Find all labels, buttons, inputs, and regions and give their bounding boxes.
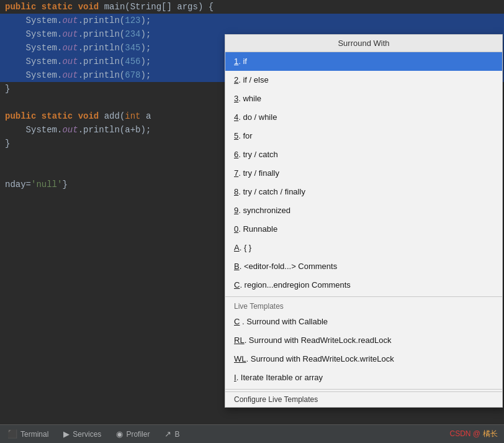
popup-item-rwl-read[interactable]: RL. Surround with ReadWriteLock.readLock: [225, 331, 502, 350]
code-line: public static void main(String[] args) {: [0, 0, 504, 14]
popup-item-region[interactable]: C. region...endregion Comments: [225, 276, 502, 295]
watermark-csdn: CSDN @: [449, 429, 480, 438]
popup-item-do-while[interactable]: 4. do / while: [225, 108, 502, 127]
popup-item-while[interactable]: 3. while: [225, 89, 502, 108]
surround-with-popup: Surround With 1. if 2. if / else 3. whil…: [225, 34, 503, 408]
popup-item-if[interactable]: 1. if: [225, 52, 502, 71]
tab-services-label: Services: [73, 430, 101, 439]
services-icon: ▶: [63, 429, 70, 439]
popup-footer-divider: [225, 389, 502, 390]
tab-profiler[interactable]: ◉ Profiler: [109, 425, 157, 443]
terminal-icon: ⬛: [7, 429, 17, 439]
popup-item-try-catch-finally[interactable]: 8. try / catch / finally: [225, 183, 502, 201]
watermark: CSDN @ 橘长: [449, 424, 504, 443]
popup-item-try-finally[interactable]: 7. try / finally: [225, 164, 502, 183]
popup-item-callable[interactable]: C . Surround with Callable: [225, 313, 502, 331]
tab-profiler-label: Profiler: [126, 430, 150, 439]
popup-item-try-catch[interactable]: 6. try / catch: [225, 145, 502, 164]
popup-item-braces[interactable]: A. { }: [225, 239, 502, 257]
live-templates-label: Live Templates: [225, 299, 502, 313]
code-line-selected: System.out.println(123);: [0, 14, 504, 27]
popup-item-if-else[interactable]: 2. if / else: [225, 71, 502, 89]
tab-b-icon: ↗: [164, 429, 171, 439]
popup-item-editor-fold[interactable]: B. <editor-fold...> Comments: [225, 257, 502, 276]
popup-item-runnable[interactable]: 0. Runnable: [225, 220, 502, 239]
tab-b-label: B: [174, 430, 179, 439]
popup-item-iterate[interactable]: I. Iterate Iterable or array: [225, 368, 502, 387]
popup-divider: [225, 296, 502, 297]
profiler-icon: ◉: [116, 429, 123, 439]
popup-title: Surround With: [225, 35, 502, 52]
configure-live-templates-link[interactable]: Configure Live Templates: [225, 391, 502, 407]
tab-terminal[interactable]: ⬛ Terminal: [0, 425, 56, 443]
tab-terminal-label: Terminal: [20, 430, 48, 439]
tab-services[interactable]: ▶ Services: [56, 425, 109, 443]
tab-b[interactable]: ↗ B: [157, 425, 187, 443]
popup-item-synchronized[interactable]: 9. synchronized: [225, 201, 502, 220]
popup-item-for[interactable]: 5. for: [225, 127, 502, 145]
popup-item-rwl-write[interactable]: WL. Surround with ReadWriteLock.writeLoc…: [225, 350, 502, 368]
watermark-author: 橘长: [483, 429, 498, 439]
bottom-bar: ⬛ Terminal ▶ Services ◉ Profiler ↗ B: [0, 424, 504, 443]
